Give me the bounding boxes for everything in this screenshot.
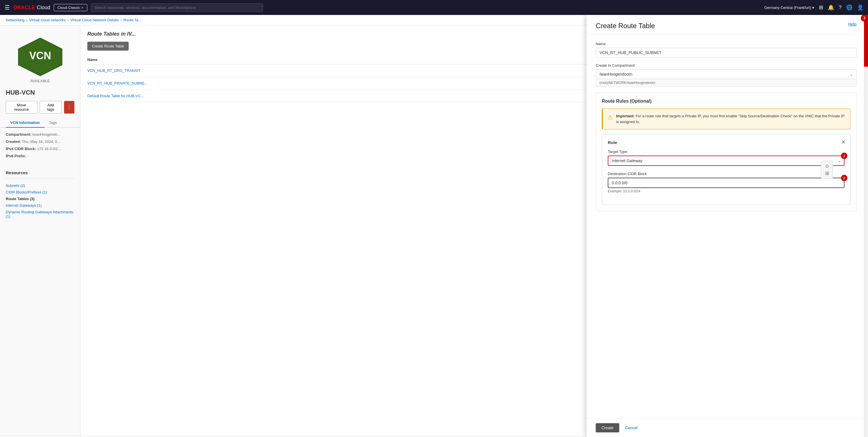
- dest-cidr-label: Destination CIDR Block: [608, 172, 844, 176]
- important-warning: ⚠ Important: For a route rule that targe…: [602, 108, 850, 129]
- target-type-label: Target Type: [608, 149, 844, 154]
- target-type-select[interactable]: Internet Gateway: [608, 155, 844, 166]
- scrollbar-thumb[interactable]: [864, 15, 868, 67]
- modal-overlay: 3 Create Route Table Help Name Create In…: [0, 15, 868, 437]
- create-route-table-panel: 3 Create Route Table Help Name Create In…: [587, 15, 868, 437]
- target-type-form-group: Target Type 1 Internet Gateway: [608, 149, 844, 166]
- help-icon[interactable]: ?: [839, 5, 842, 11]
- step-badge-2: 2: [841, 175, 847, 181]
- route-rules-title: Route Rules (Optional): [602, 98, 850, 104]
- scrollbar-track: 3: [864, 15, 868, 437]
- bell-icon[interactable]: 🔔: [828, 4, 834, 11]
- compartment-select[interactable]: IwanHoogendoorn: [596, 69, 857, 79]
- modal-header: Create Route Table Help: [587, 15, 868, 35]
- rule-box: Rule ✕ Target Type 1 Internet Gateway: [602, 134, 850, 205]
- name-label: Name: [596, 42, 857, 46]
- scroll-badge: 3: [861, 15, 868, 22]
- modal-help-link[interactable]: Help: [848, 22, 857, 26]
- nav-right: Germany Central (Frankfurt) ▾ ⊞ 🔔 ? 🌐 👤: [764, 4, 863, 11]
- target-type-select-wrapper: Internet Gateway: [608, 155, 844, 166]
- compartment-select-wrapper: IwanHoogendoorn: [596, 69, 857, 79]
- create-button[interactable]: Create: [596, 423, 619, 432]
- modal-body: Name Create In Compartment IwanHoogendoo…: [587, 35, 868, 418]
- warning-text: Important: For a route rule that targets…: [616, 113, 846, 124]
- warning-icon: ⚠: [608, 114, 613, 124]
- region-selector[interactable]: Germany Central (Frankfurt) ▾: [764, 5, 814, 10]
- target-type-wrapper: 1 Internet Gateway: [608, 155, 844, 166]
- compartment-form-group: Create In Compartment IwanHoogendoorn (r…: [596, 63, 857, 87]
- dest-cidr-form-group: Destination CIDR Block 2 Example: 10.0.0…: [608, 172, 844, 193]
- compartment-label: Create In Compartment: [596, 63, 857, 67]
- help-panel-circle-icon: ⊙: [825, 163, 829, 169]
- search-input[interactable]: [91, 3, 263, 12]
- globe-icon[interactable]: 🌐: [846, 4, 852, 11]
- cloud-classic-button[interactable]: Cloud Classic >: [54, 4, 87, 11]
- compartment-hint: (root)/NETWORK/IwanHoogendoorn: [596, 79, 857, 87]
- console-icon[interactable]: ⊞: [819, 4, 823, 11]
- help-panel-icon[interactable]: ⊙ ⊞: [821, 161, 833, 178]
- name-input[interactable]: [596, 48, 857, 58]
- modal-footer: Create Cancel: [587, 418, 868, 437]
- help-panel-grid-icon: ⊞: [825, 171, 829, 176]
- step-badge-1: 1: [841, 153, 847, 159]
- cancel-button[interactable]: Cancel: [624, 423, 639, 432]
- rule-title: Rule: [608, 140, 844, 145]
- rule-close-button[interactable]: ✕: [841, 139, 846, 145]
- route-rules-section: Route Rules (Optional) ⚠ Important: For …: [596, 93, 857, 211]
- dest-cidr-example: Example: 10.0.0.0/24: [608, 189, 844, 193]
- top-navigation: ☰ ORACLE Cloud Cloud Classic > Germany C…: [0, 0, 868, 15]
- dest-cidr-input[interactable]: [608, 178, 844, 188]
- name-form-group: Name: [596, 42, 857, 58]
- user-avatar[interactable]: 👤: [857, 4, 863, 11]
- dest-cidr-wrapper: 2: [608, 178, 844, 188]
- oracle-logo: ORACLE Cloud: [13, 5, 50, 11]
- modal-title: Create Route Table: [596, 22, 655, 30]
- hamburger-menu[interactable]: ☰: [5, 4, 10, 11]
